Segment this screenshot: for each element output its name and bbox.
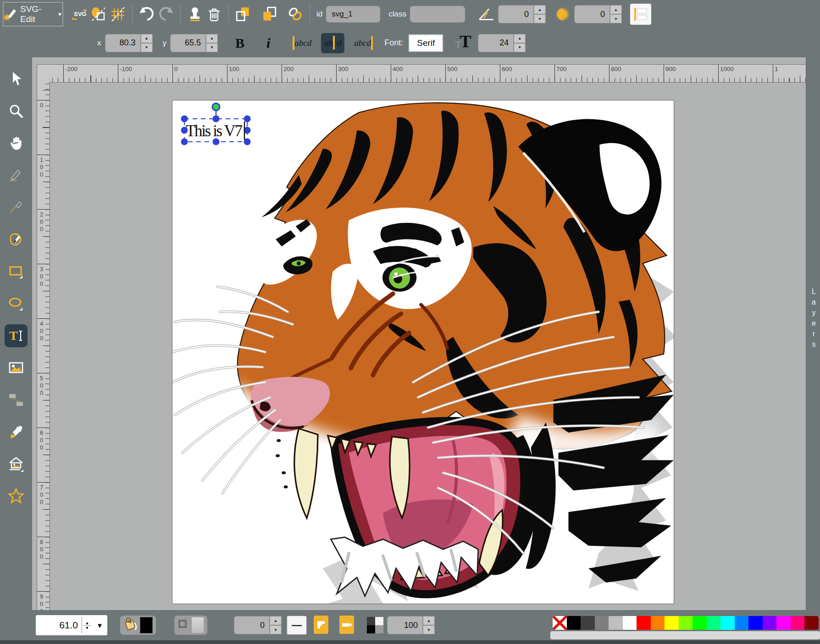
stroke-swatch[interactable] bbox=[191, 617, 204, 633]
palette-swatch[interactable] bbox=[581, 616, 595, 630]
text-anchor-end-button[interactable]: abcd bbox=[351, 33, 376, 53]
opacity-down-icon[interactable]: ▼ bbox=[423, 625, 435, 634]
path-tool[interactable] bbox=[5, 228, 28, 251]
stroke-color-button[interactable] bbox=[174, 616, 207, 635]
x-up-icon[interactable]: ▲ bbox=[141, 34, 153, 43]
clone-button[interactable] bbox=[185, 4, 205, 24]
text-anchor-start-button[interactable]: abcd bbox=[289, 33, 315, 53]
select-tool[interactable] bbox=[5, 67, 28, 90]
palette-swatch[interactable] bbox=[651, 616, 665, 630]
palette-swatch[interactable] bbox=[679, 616, 693, 630]
line-tool[interactable] bbox=[5, 196, 28, 219]
source-editor-button[interactable]: SVG bbox=[70, 4, 89, 24]
palette-swatch[interactable] bbox=[665, 616, 679, 630]
size-up-icon[interactable]: ▲ bbox=[514, 34, 526, 43]
y-down-icon[interactable]: ▼ bbox=[206, 43, 218, 52]
linejoin-button[interactable] bbox=[314, 616, 328, 634]
ruler-label: 700 bbox=[39, 484, 44, 506]
palette-scroll-track[interactable] bbox=[550, 631, 820, 639]
stroke-width-down-icon[interactable]: ▼ bbox=[270, 625, 282, 634]
ruler-label: 900 bbox=[39, 593, 44, 610]
snap-to-grid-button[interactable] bbox=[108, 4, 127, 24]
zoom-down-icon[interactable]: ▼ bbox=[85, 626, 89, 630]
pencil-tool[interactable] bbox=[5, 164, 28, 187]
palette-swatch[interactable] bbox=[637, 616, 651, 630]
bold-button[interactable]: B bbox=[235, 35, 244, 51]
align-button[interactable] bbox=[630, 4, 651, 25]
canvas-text-element[interactable]: This is V7 bbox=[186, 122, 243, 140]
image-tool[interactable] bbox=[5, 356, 28, 379]
stroke-width-value: 0 bbox=[234, 616, 270, 634]
angle-up-icon[interactable]: ▲ bbox=[534, 5, 546, 14]
palette-swatch-none[interactable] bbox=[553, 616, 567, 630]
wireframe-mode-button[interactable] bbox=[89, 4, 108, 24]
ruler-label: 100 bbox=[229, 66, 239, 72]
pan-tool[interactable] bbox=[5, 132, 28, 155]
palette-swatch[interactable] bbox=[623, 616, 637, 630]
font-size-spinner[interactable]: 24 ▲▼ bbox=[478, 34, 526, 52]
opacity-control[interactable]: 100 ▲▼ bbox=[367, 616, 435, 635]
palette-swatch[interactable] bbox=[791, 616, 805, 630]
zoom-dropdown-icon[interactable]: ▼ bbox=[92, 622, 107, 629]
angle-spinner[interactable]: 0 ▲▼ bbox=[498, 5, 546, 23]
palette-swatch[interactable] bbox=[567, 616, 581, 630]
undo-button[interactable] bbox=[137, 4, 156, 24]
palette-swatch[interactable] bbox=[609, 616, 623, 630]
rotate-handle[interactable] bbox=[212, 103, 220, 111]
text-tool[interactable]: T bbox=[5, 324, 28, 347]
palette-swatch[interactable] bbox=[776, 616, 791, 630]
palette-swatch[interactable] bbox=[804, 616, 819, 630]
palette-swatch[interactable] bbox=[735, 616, 749, 630]
font-family-button[interactable]: Serif bbox=[409, 34, 443, 52]
star-tool[interactable] bbox=[5, 485, 28, 508]
make-link-button[interactable] bbox=[286, 4, 305, 24]
ruler-major-tick bbox=[63, 65, 64, 82]
text-anchor-middle-button[interactable]: abcd bbox=[321, 33, 344, 53]
zoom-control[interactable]: 61.0 ▲ ▼ ▼ bbox=[36, 616, 107, 635]
ruler-major-tick bbox=[664, 65, 664, 82]
palette-swatch[interactable] bbox=[693, 616, 707, 630]
x-spinner[interactable]: 80.3 ▲▼ bbox=[105, 34, 153, 52]
zoom-tool[interactable] bbox=[5, 100, 28, 122]
ruler-label: 800 bbox=[39, 539, 44, 561]
redo-button[interactable] bbox=[156, 4, 176, 24]
fill-color-button[interactable] bbox=[120, 616, 156, 635]
logo-pencil-icon bbox=[4, 6, 17, 22]
zoom-up-icon[interactable]: ▲ bbox=[85, 621, 89, 625]
layers-panel-label[interactable]: Layers bbox=[809, 288, 818, 351]
move-to-bottom-button[interactable] bbox=[233, 4, 253, 24]
opacity-up-icon[interactable]: ▲ bbox=[423, 616, 435, 625]
stroke-width-up-icon[interactable]: ▲ bbox=[270, 616, 282, 625]
blur-spinner[interactable]: 0 ▲▼ bbox=[574, 5, 622, 23]
ellipse-tool[interactable] bbox=[5, 292, 28, 315]
stroke-style-button[interactable]: — bbox=[287, 616, 307, 635]
blur-up-icon[interactable]: ▲ bbox=[610, 5, 622, 14]
y-spinner[interactable]: 65.5 ▲▼ bbox=[170, 34, 218, 52]
move-to-top-button[interactable] bbox=[260, 4, 279, 24]
angle-down-icon[interactable]: ▼ bbox=[534, 14, 546, 23]
y-up-icon[interactable]: ▲ bbox=[206, 34, 218, 43]
svg-canvas[interactable]: This is V7 bbox=[172, 100, 674, 604]
palette-swatch[interactable] bbox=[763, 616, 777, 630]
class-field[interactable] bbox=[410, 6, 465, 22]
connector-tool[interactable] bbox=[5, 389, 28, 411]
fill-swatch[interactable] bbox=[140, 617, 153, 633]
palette-swatch[interactable] bbox=[748, 616, 763, 630]
rectangle-tool[interactable] bbox=[5, 260, 28, 283]
palette-swatch[interactable] bbox=[707, 616, 721, 630]
palette-swatch[interactable] bbox=[595, 616, 609, 630]
linecap-button[interactable] bbox=[339, 616, 354, 634]
delete-button[interactable] bbox=[205, 4, 224, 24]
italic-button[interactable]: i bbox=[266, 35, 270, 51]
blur-down-icon[interactable]: ▼ bbox=[610, 14, 622, 23]
main-menu-button[interactable]: SVG-Edit ▼ bbox=[3, 2, 63, 27]
x-down-icon[interactable]: ▼ bbox=[141, 43, 153, 52]
stroke-width-control[interactable]: 0 ▲▼ bbox=[234, 616, 282, 635]
ruler-label: 600 bbox=[39, 429, 44, 451]
layers-panel-collapsed[interactable]: Layers bbox=[806, 57, 820, 610]
size-down-icon[interactable]: ▼ bbox=[514, 43, 526, 52]
eyedropper-tool[interactable] bbox=[5, 421, 28, 444]
id-field[interactable]: svg_1 bbox=[326, 6, 380, 22]
shape-library-tool[interactable] bbox=[5, 453, 28, 476]
palette-swatch[interactable] bbox=[720, 616, 735, 630]
